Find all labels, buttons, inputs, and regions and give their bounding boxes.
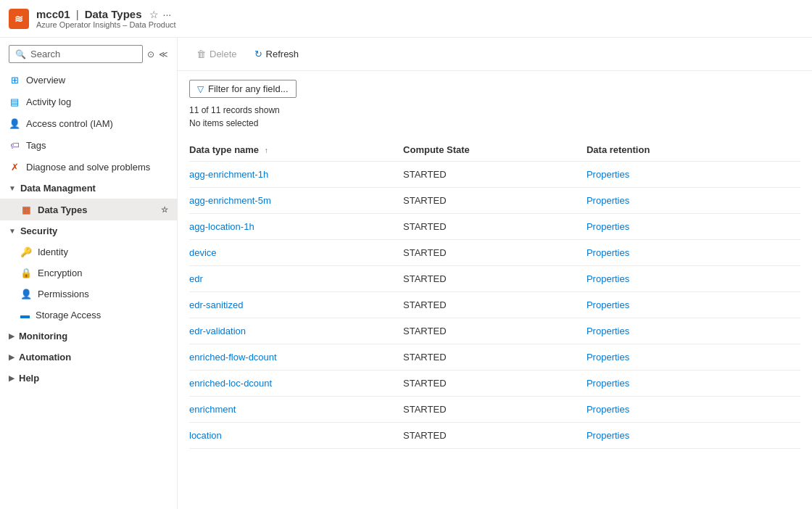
cell-state-8: STARTED (403, 371, 587, 397)
table-body: agg-enrichment-1h STARTED Properties agg… (189, 162, 800, 449)
data-type-link-4[interactable]: edr (189, 273, 203, 284)
sidebar-label-security: Security (20, 225, 57, 236)
sort-icon[interactable]: ↑ (265, 146, 268, 154)
data-type-link-9[interactable]: enrichment (189, 404, 236, 415)
sidebar-item-data-types[interactable]: ▦ Data Types ☆ (0, 199, 177, 220)
sidebar-section-monitoring[interactable]: Monitoring (0, 326, 177, 347)
cell-retention-1: Properties (587, 188, 800, 214)
more-options-icon[interactable]: ··· (163, 9, 172, 20)
data-type-link-3[interactable]: device (189, 247, 217, 258)
filter-icon: ▽ (197, 84, 204, 94)
header-title-group: mcc01 | Data Types ☆ ··· Azure Operator … (36, 8, 176, 29)
header-subtitle: Azure Operator Insights – Data Product (36, 20, 176, 29)
sidebar-label-activity-log: Activity log (26, 96, 168, 107)
cell-state-10: STARTED (403, 423, 587, 449)
records-selected-text: No items selected (189, 117, 800, 130)
header-separator: | (76, 8, 79, 20)
permissions-icon: 👤 (20, 289, 32, 299)
properties-link-7[interactable]: Properties (587, 352, 629, 363)
cell-retention-2: Properties (587, 214, 800, 240)
delete-button[interactable]: 🗑 Delete (189, 45, 244, 63)
sidebar-label-diagnose: Diagnose and solve problems (26, 162, 168, 173)
search-placeholder: Search (30, 49, 60, 59)
col-header-state: Compute State (403, 138, 587, 162)
sidebar-section-automation[interactable]: Automation (0, 347, 177, 368)
main-content: 🗑 Delete ↻ Refresh ▽ Filter for any fiel… (178, 38, 812, 509)
refresh-label: Refresh (266, 49, 299, 59)
cell-name-6: edr-validation (189, 318, 403, 344)
data-type-link-6[interactable]: edr-validation (189, 326, 246, 336)
sidebar-settings-icon[interactable]: ⊙ (147, 49, 154, 59)
sidebar-item-diagnose[interactable]: ✗ Diagnose and solve problems (0, 156, 177, 178)
overview-icon: ⊞ (9, 74, 20, 86)
sidebar-item-encryption[interactable]: 🔒 Encryption (0, 262, 177, 284)
filter-button[interactable]: ▽ Filter for any field... (189, 80, 297, 98)
cell-state-1: STARTED (403, 188, 587, 214)
cell-retention-7: Properties (587, 344, 800, 371)
data-type-link-8[interactable]: enriched-loc-dcount (189, 378, 272, 389)
properties-link-10[interactable]: Properties (587, 430, 629, 441)
content-area: ▽ Filter for any field... 11 of 11 recor… (178, 71, 812, 509)
cell-name-2: agg-location-1h (189, 214, 403, 240)
cell-name-9: enrichment (189, 397, 403, 423)
favorite-star-icon[interactable]: ☆ (149, 9, 159, 20)
security-chevron (9, 227, 16, 235)
properties-link-2[interactable]: Properties (587, 221, 629, 232)
monitoring-chevron (9, 332, 14, 340)
data-type-link-10[interactable]: location (189, 430, 222, 441)
properties-link-0[interactable]: Properties (587, 169, 629, 180)
properties-link-6[interactable]: Properties (587, 326, 629, 336)
table-row: location STARTED Properties (189, 423, 800, 449)
table-row: enriched-flow-dcount STARTED Properties (189, 344, 800, 371)
data-type-link-0[interactable]: agg-enrichment-1h (189, 169, 268, 180)
sidebar-label-automation: Automation (19, 352, 71, 363)
properties-link-1[interactable]: Properties (587, 195, 629, 206)
data-types-star-icon[interactable]: ☆ (161, 205, 168, 215)
sidebar-item-activity-log[interactable]: ▤ Activity log (0, 91, 177, 112)
cell-state-2: STARTED (403, 214, 587, 240)
properties-link-4[interactable]: Properties (587, 273, 629, 284)
sidebar-item-access-control[interactable]: 👤 Access control (IAM) (0, 112, 177, 134)
cell-state-7: STARTED (403, 344, 587, 371)
sidebar-item-overview[interactable]: ⊞ Overview (0, 69, 177, 91)
data-type-link-2[interactable]: agg-location-1h (189, 221, 254, 232)
cell-retention-6: Properties (587, 318, 800, 344)
cell-retention-5: Properties (587, 292, 800, 318)
resource-name: mcc01 (36, 8, 70, 20)
sidebar-item-storage-access[interactable]: ▬ Storage Access (0, 305, 177, 326)
cell-retention-4: Properties (587, 266, 800, 292)
sidebar-label-overview: Overview (26, 75, 168, 86)
table-row: agg-enrichment-5m STARTED Properties (189, 188, 800, 214)
sidebar-item-permissions[interactable]: 👤 Permissions (0, 284, 177, 305)
filter-label: Filter for any field... (208, 83, 289, 94)
refresh-button[interactable]: ↻ Refresh (247, 45, 307, 63)
automation-chevron (9, 353, 14, 361)
help-chevron (9, 374, 14, 382)
search-box[interactable]: 🔍 Search (9, 45, 143, 63)
sidebar-section-help[interactable]: Help (0, 368, 177, 389)
refresh-icon: ↻ (254, 49, 262, 59)
data-type-link-1[interactable]: agg-enrichment-5m (189, 195, 271, 206)
cell-name-8: enriched-loc-dcount (189, 371, 403, 397)
cell-state-4: STARTED (403, 266, 587, 292)
sidebar-label-encryption: Encryption (38, 268, 82, 278)
toolbar: 🗑 Delete ↻ Refresh (178, 38, 812, 71)
data-type-link-7[interactable]: enriched-flow-dcount (189, 352, 277, 363)
data-table: Data type name ↑ Compute State Data rete… (189, 138, 800, 449)
sidebar-item-identity[interactable]: 🔑 Identity (0, 241, 177, 262)
page-name: Data Types (85, 8, 142, 20)
cell-name-0: agg-enrichment-1h (189, 162, 403, 188)
sidebar-label-access-control: Access control (IAM) (26, 118, 168, 129)
sidebar-section-security[interactable]: Security (0, 220, 177, 241)
data-type-link-5[interactable]: edr-sanitized (189, 299, 243, 310)
sidebar-collapse-icon[interactable]: ≪ (159, 49, 168, 59)
sidebar-section-data-management[interactable]: Data Managment (0, 178, 177, 199)
diagnose-icon: ✗ (9, 161, 20, 173)
properties-link-9[interactable]: Properties (587, 404, 629, 415)
properties-link-8[interactable]: Properties (587, 378, 629, 389)
cell-state-0: STARTED (403, 162, 587, 188)
properties-link-3[interactable]: Properties (587, 247, 629, 258)
properties-link-5[interactable]: Properties (587, 299, 629, 310)
sidebar-item-tags[interactable]: 🏷 Tags (0, 134, 177, 156)
cell-name-5: edr-sanitized (189, 292, 403, 318)
